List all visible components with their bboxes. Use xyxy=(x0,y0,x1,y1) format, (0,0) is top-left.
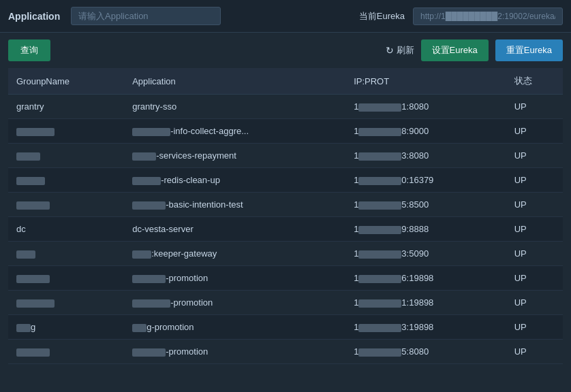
col-group: GrounpName xyxy=(8,68,124,95)
table-row: -promotion11:19898UP xyxy=(8,291,563,315)
table-row: -basic-intention-test15:8500UP xyxy=(8,193,563,217)
table-row: -services-repayment13:8080UP xyxy=(8,144,563,168)
eureka-url-input[interactable] xyxy=(413,7,563,25)
set-eureka-button[interactable]: 设置Eureka xyxy=(421,39,489,61)
table-row: -promotion16:19898UP xyxy=(8,266,563,291)
table-row: -info-collect-aggre...18:9000UP xyxy=(8,119,563,144)
table-row: gg-promotion13:19898UP xyxy=(8,315,563,340)
col-status: 状态 xyxy=(506,68,563,95)
refresh-label: 刷新 xyxy=(397,44,414,56)
status-badge: UP xyxy=(506,266,563,291)
app-label: Application xyxy=(8,11,63,22)
status-badge: UP xyxy=(506,168,563,193)
table-row: -promotion15:8080UP xyxy=(8,340,563,364)
table-header-row: GrounpName Application IP:PROT 状态 xyxy=(8,68,563,95)
col-app: Application xyxy=(124,68,345,95)
col-ip: IP:PROT xyxy=(345,68,506,95)
reset-eureka-button[interactable]: 重置Eureka xyxy=(495,39,563,61)
table-container: GrounpName Application IP:PROT 状态 grantr… xyxy=(0,68,571,372)
status-badge: UP xyxy=(506,291,563,315)
status-badge: UP xyxy=(506,119,563,144)
refresh-icon: ↻ xyxy=(386,45,394,56)
status-badge: UP xyxy=(506,242,563,266)
table-row: :keeper-gateway13:5090UP xyxy=(8,242,563,266)
table-row: grantrygrantry-sso11:8080UP xyxy=(8,95,563,119)
toolbar-right: ↻ 刷新 设置Eureka 重置Eureka xyxy=(386,39,563,61)
app-input[interactable] xyxy=(71,7,221,25)
table-row: dcdc-vesta-server19:8888UP xyxy=(8,217,563,242)
table-row: -redis-clean-up10:16379UP xyxy=(8,168,563,193)
service-table: GrounpName Application IP:PROT 状态 grantr… xyxy=(8,68,563,364)
status-badge: UP xyxy=(506,193,563,217)
status-badge: UP xyxy=(506,95,563,119)
eureka-label: 当前Eureka xyxy=(359,10,405,22)
status-badge: UP xyxy=(506,315,563,340)
status-badge: UP xyxy=(506,217,563,242)
refresh-button[interactable]: ↻ 刷新 xyxy=(386,44,414,56)
status-badge: UP xyxy=(506,340,563,364)
header-bar: Application 当前Eureka xyxy=(0,0,571,33)
status-badge: UP xyxy=(506,144,563,168)
query-button[interactable]: 查询 xyxy=(8,39,50,61)
toolbar: 查询 ↻ 刷新 设置Eureka 重置Eureka xyxy=(0,33,571,68)
